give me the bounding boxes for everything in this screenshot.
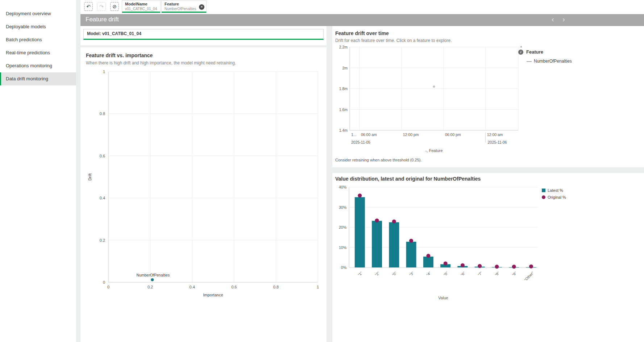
sidebar-item-label: Operations monitoring	[6, 63, 52, 68]
x-tick-label: "8"	[494, 271, 500, 277]
x-tick-label: 0	[107, 285, 109, 289]
x-tick-label: 0.2	[148, 285, 153, 289]
x-tick-label: 1	[317, 285, 319, 289]
bar-chart[interactable]: 0%10%20%30%40%"1""2""0""3""4""5""6""7""8…	[332, 183, 644, 324]
scatter-point-label: NumberOfPenalties	[137, 273, 170, 277]
value-distribution-card: Value distribution, latest and original …	[332, 173, 644, 342]
sidebar-item-batch-predictions[interactable]: Batch predictions	[0, 33, 76, 46]
y-tick-label: 0%	[341, 265, 346, 270]
sidebar-item-deployable-models[interactable]: Deployable models	[0, 20, 76, 33]
x-axis-title: Importance	[203, 293, 223, 297]
x-axis-title: -, Feature	[425, 148, 443, 153]
legend-item-label: NumberOfPenalties	[534, 59, 572, 64]
chart-title: Feature drift over time	[335, 30, 389, 36]
sheet-title-bar: Feature drift ‹ ›	[80, 14, 644, 26]
legend-scroll-up-icon[interactable]: ▲	[520, 45, 523, 48]
x-tick-label: 0.6	[231, 285, 237, 289]
dot-original[interactable]	[409, 239, 413, 243]
threshold-footnote: Consider retraining when above threshold…	[335, 158, 421, 162]
dot-original[interactable]	[478, 264, 482, 268]
selection-green-bar	[162, 12, 206, 13]
selections-forward-icon[interactable]: ↷	[97, 2, 106, 11]
sidebar-item-realtime-predictions[interactable]: Real-time predictions	[0, 46, 76, 59]
bar-latest[interactable]	[372, 221, 382, 267]
chart-subtitle: Drift for each feature over time. Click …	[335, 38, 452, 43]
date-label: 2025-11-05	[351, 140, 370, 144]
x-tick-label: 06:00 am	[361, 132, 377, 137]
y-tick-label: 30%	[339, 205, 346, 210]
dot-original[interactable]	[426, 254, 430, 258]
x-tick-label: "6"	[460, 271, 466, 277]
clear-feature-selection-button[interactable]: ✕	[199, 4, 204, 10]
sidebar-item-label: Batch predictions	[6, 37, 42, 42]
scatter-chart[interactable]: 00.20.40.60.8100.20.40.60.81NumberOfPena…	[88, 69, 327, 322]
y-tick-label: 20%	[339, 225, 346, 229]
line-chart[interactable]: 1.4m1.6m1.8m2m2.2m1...06:00 am12:00 pm06…	[332, 44, 535, 156]
x-tick-label: 06:00 pm	[445, 132, 461, 137]
bar-latest[interactable]	[423, 257, 433, 267]
x-tick-label: 12:00 pm	[403, 132, 419, 137]
y-tick-label: 0.2	[100, 238, 105, 242]
sidebar: Deployment overview Deployable models Ba…	[0, 0, 76, 342]
bar-latest[interactable]	[389, 222, 399, 267]
sidebar-item-label: Real-time predictions	[6, 50, 50, 55]
x-tick-label: "Other"	[523, 271, 535, 282]
info-icon[interactable]: i	[518, 50, 523, 55]
dot-original[interactable]	[512, 265, 516, 269]
sidebar-item-deployment-overview[interactable]: Deployment overview	[0, 7, 76, 20]
selection-chip-modelname[interactable]: ModelName v01_CATBC_01_04	[122, 0, 161, 13]
x-tick-label: 0.8	[273, 285, 279, 289]
y-tick-label: 10%	[339, 245, 346, 250]
selection-field-value: v01_CATBC_01_04	[122, 6, 160, 11]
y-axis-title: Drift	[88, 173, 92, 181]
feature-drift-vs-importance-card: Feature drift vs. importance When there …	[80, 47, 327, 342]
drift-point[interactable]	[433, 85, 435, 88]
y-tick-label: 1	[103, 69, 105, 74]
selection-field-name: ModelName	[122, 1, 160, 6]
sidebar-item-data-drift-monitoring[interactable]: Data drift monitoring	[0, 72, 76, 85]
dot-original[interactable]	[461, 263, 465, 267]
dot-original[interactable]	[392, 219, 396, 223]
prev-sheet-button[interactable]: ‹	[552, 15, 554, 24]
x-tick-label: 12:00 am	[487, 132, 503, 137]
sidebar-item-operations-monitoring[interactable]: Operations monitoring	[0, 59, 76, 72]
dot-original[interactable]	[444, 261, 448, 265]
x-tick-label: "5"	[443, 271, 449, 277]
scatter-point[interactable]	[151, 278, 154, 281]
chart-title: Feature drift vs. importance	[86, 52, 153, 58]
dot-original[interactable]	[529, 265, 533, 269]
selections-back-icon[interactable]: ↶	[84, 2, 93, 11]
x-tick-label: "2"	[374, 271, 381, 277]
sheet-title: Feature drift	[86, 16, 119, 23]
x-tick-label: 0.4	[190, 285, 195, 289]
y-tick-label: 1.8m	[339, 86, 348, 91]
chart-subtitle: When there is high drift and high import…	[86, 60, 236, 66]
next-sheet-button[interactable]: ›	[562, 15, 565, 24]
clear-selections-icon[interactable]: ⊘	[110, 2, 119, 11]
model-filter-label: Model: v01_CATBC_01_04	[87, 31, 141, 36]
chart-title: Value distribution, latest and original …	[335, 176, 481, 182]
x-tick-label: 1...	[351, 132, 357, 137]
feature-drift-over-time-card: Feature drift over time Drift for each f…	[332, 26, 644, 167]
y-tick-label: 2.2m	[339, 45, 348, 49]
bar-latest[interactable]	[406, 242, 416, 267]
filter-band: Model: v01_CATBC_01_04	[80, 26, 327, 45]
sidebar-item-label: Data drift monitoring	[6, 76, 48, 81]
legend-item-numberofpenalties[interactable]: NumberOfPenalties	[527, 59, 572, 64]
model-filter[interactable]: Model: v01_CATBC_01_04	[83, 29, 324, 40]
legend-line-marker-icon	[527, 61, 532, 62]
date-label: 2025-11-06	[488, 140, 507, 144]
x-tick-label: "1"	[357, 271, 363, 277]
y-tick-label: 0.8	[100, 111, 105, 116]
y-tick-label: 0.4	[100, 196, 105, 200]
dot-original[interactable]	[358, 194, 362, 198]
y-tick-label: 0	[103, 280, 105, 284]
y-tick-label: 1.6m	[339, 107, 348, 112]
bar-latest[interactable]	[355, 197, 365, 267]
selection-chip-feature[interactable]: Feature NumberOfPenalties ✕	[161, 0, 207, 13]
x-tick-label: "3"	[408, 271, 415, 277]
dot-original[interactable]	[375, 219, 379, 223]
y-tick-label: 40%	[339, 185, 346, 189]
dot-original[interactable]	[495, 265, 499, 269]
sidebar-item-label: Deployment overview	[6, 11, 51, 16]
